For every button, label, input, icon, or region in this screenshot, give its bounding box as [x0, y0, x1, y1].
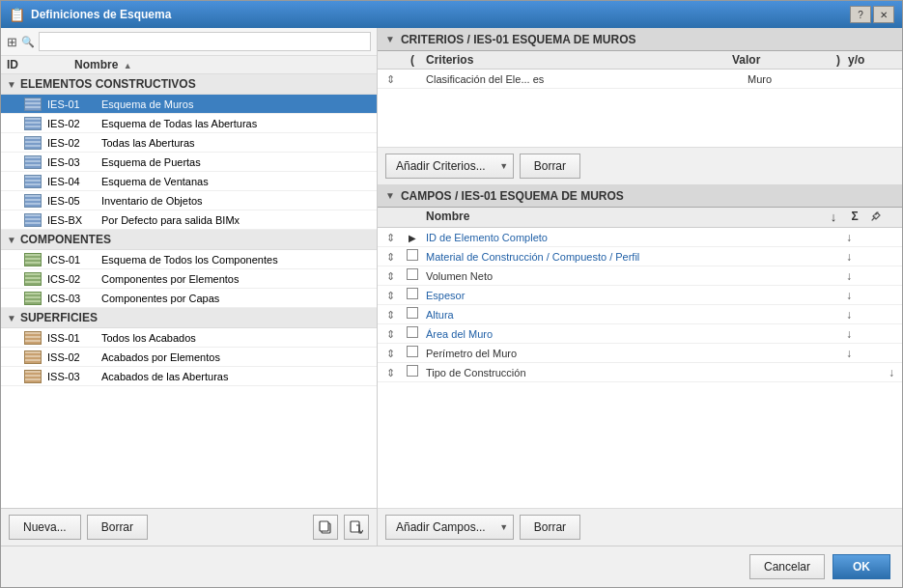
- field-checkbox[interactable]: [407, 268, 418, 280]
- sort-handle-icon[interactable]: ⇕: [386, 73, 395, 85]
- fields-body[interactable]: ⇕ ▶ ID de Elemento Completo ↓: [378, 228, 902, 508]
- add-fields-dropdown-arrow[interactable]: ▼: [495, 516, 513, 539]
- sort-arrow-icon[interactable]: ▲: [124, 61, 132, 70]
- search-icon: 🔍: [21, 36, 35, 48]
- field-checkbox[interactable]: [407, 346, 418, 357]
- add-criteria-button[interactable]: Añadir Criterios...: [386, 154, 495, 178]
- item-icon: [24, 175, 42, 188]
- sort-handle-icon[interactable]: ⇕: [386, 309, 395, 321]
- group-label: COMPONENTES: [20, 233, 111, 246]
- grid-icon: ⊞: [7, 35, 17, 49]
- list-item[interactable]: ISS-01 Todos los Acabados: [1, 328, 377, 348]
- export-button[interactable]: [344, 515, 369, 540]
- table-row[interactable]: ⇕ Perímetro del Muro ↓: [378, 344, 902, 363]
- criteria-buttons: Añadir Criterios... ▼ Borrar: [378, 147, 902, 184]
- close-button[interactable]: ✕: [873, 6, 894, 23]
- table-row[interactable]: ⇕ Material de Construcción / Compuesto /…: [378, 247, 902, 266]
- search-input[interactable]: [39, 32, 371, 51]
- criteria-yo-col: y/o: [848, 53, 887, 67]
- field-name-col: Nombre: [422, 210, 823, 225]
- list-item[interactable]: ICS-02 Componentes por Elementos: [1, 269, 377, 289]
- list-item[interactable]: IES-05 Inventario de Objetos: [1, 191, 377, 210]
- item-id: IES-02: [47, 137, 101, 149]
- group-superficies[interactable]: ▼ SUPERFICIES: [1, 308, 377, 328]
- table-row[interactable]: ⇕ Altura ↓: [378, 305, 902, 324]
- criteria-section-title: CRITERIOS / IES-01 ESQUEMA DE MUROS: [401, 33, 636, 46]
- help-button[interactable]: ?: [850, 6, 871, 23]
- sort-handle-icon[interactable]: ⇕: [386, 348, 395, 359]
- table-row[interactable]: ⇕ Espesor ↓: [378, 286, 902, 305]
- item-id: ICS-03: [47, 293, 101, 304]
- criteria-value-col: Valor: [732, 53, 829, 67]
- add-fields-button[interactable]: Añadir Campos...: [386, 516, 495, 539]
- field-name-link[interactable]: Área del Muro: [426, 328, 493, 340]
- list-item[interactable]: ISS-02 Acabados por Elementos: [1, 348, 377, 367]
- item-id: IES-02: [47, 118, 101, 129]
- field-checkbox[interactable]: [407, 307, 418, 319]
- table-row[interactable]: ⇕ Área del Muro ↓: [378, 324, 902, 344]
- item-id: IES-05: [47, 195, 101, 207]
- item-name: Por Defecto para salida BIMx: [101, 214, 371, 226]
- list-item[interactable]: ISS-03 Acabados de las Aberturas: [1, 367, 377, 386]
- nueva-button[interactable]: Nueva...: [9, 515, 81, 540]
- add-fields-split-button[interactable]: Añadir Campos... ▼: [385, 515, 514, 540]
- item-id: ISS-01: [47, 332, 101, 344]
- item-name: Componentes por Capas: [101, 293, 371, 304]
- item-name: Todos los Acabados: [101, 332, 371, 344]
- dialog-window: 📋 Definiciones de Esquema ? ✕ ⊞ 🔍 ID Nom…: [0, 0, 903, 588]
- list-item[interactable]: ICS-01 Esquema de Todos los Componentes: [1, 250, 377, 269]
- field-sigma-col: Σ: [844, 210, 865, 225]
- table-row[interactable]: ⇕ Clasificación del Ele... es Muro: [378, 70, 902, 89]
- ok-button[interactable]: OK: [832, 554, 890, 579]
- item-id: ICS-02: [47, 273, 101, 285]
- item-name: Acabados de las Aberturas: [101, 371, 371, 382]
- item-icon: [24, 253, 42, 266]
- delete-criteria-button[interactable]: Borrar: [520, 154, 580, 179]
- sort-handle-icon[interactable]: ⇕: [386, 367, 395, 378]
- sort-handle-icon[interactable]: ⇕: [386, 290, 395, 301]
- list-item[interactable]: IES-03 Esquema de Puertas: [1, 153, 377, 172]
- table-row[interactable]: ⇕ ▶ ID de Elemento Completo ↓: [378, 228, 902, 247]
- field-checkbox[interactable]: [407, 326, 418, 338]
- field-name-link[interactable]: Material de Construcción / Compuesto / P…: [426, 251, 639, 263]
- table-row[interactable]: ⇕ Volumen Neto ↓: [378, 266, 902, 286]
- tree-container[interactable]: ▼ ELEMENTOS CONSTRUCTIVOS IES-01 Esquema…: [1, 74, 377, 508]
- tree-header: ID Nombre ▲: [1, 56, 377, 74]
- group-componentes[interactable]: ▼ COMPONENTES: [1, 230, 377, 250]
- criteria-table-header: ( Criterios Valor ) y/o: [378, 51, 902, 70]
- list-item[interactable]: ICS-03 Componentes por Capas: [1, 289, 377, 308]
- field-checkbox[interactable]: [407, 249, 418, 261]
- borrar-button[interactable]: Borrar: [87, 515, 148, 540]
- item-icon: [24, 194, 42, 208]
- cancel-button[interactable]: Cancelar: [749, 554, 825, 579]
- fields-section-title: CAMPOS / IES-01 ESQUEMA DE MUROS: [401, 189, 624, 203]
- list-item[interactable]: IES-04 Esquema de Ventanas: [1, 172, 377, 191]
- criteria-text: Clasificación del Ele... es: [426, 73, 544, 85]
- field-name-text: Perímetro del Muro: [426, 348, 517, 359]
- group-elementos-constructivos[interactable]: ▼ ELEMENTOS CONSTRUCTIVOS: [1, 74, 377, 95]
- item-icon: [24, 331, 42, 345]
- field-name-text: Tipo de Construcción: [426, 367, 526, 378]
- add-criteria-split-button[interactable]: Añadir Criterios... ▼: [385, 154, 514, 179]
- table-row[interactable]: ⇕ Tipo de Construcción ↓: [378, 363, 902, 382]
- copy-button[interactable]: [313, 515, 338, 540]
- field-checkbox[interactable]: [407, 288, 418, 299]
- field-checkbox[interactable]: [407, 365, 418, 377]
- list-item[interactable]: IES-BX Por Defecto para salida BIMx: [1, 210, 377, 230]
- field-name-link[interactable]: Altura: [426, 309, 454, 321]
- right-panel: ▼ CRITERIOS / IES-01 ESQUEMA DE MUROS ( …: [378, 28, 902, 546]
- sort-handle-icon[interactable]: ⇕: [386, 328, 395, 340]
- add-criteria-dropdown-arrow[interactable]: ▼: [495, 154, 513, 178]
- field-down-col: ↓: [823, 210, 844, 225]
- field-name-link[interactable]: Espesor: [426, 290, 465, 301]
- field-name-link[interactable]: ID de Elemento Completo: [426, 232, 548, 243]
- sort-handle-icon[interactable]: ⇕: [386, 270, 395, 282]
- sort-handle-icon[interactable]: ⇕: [386, 251, 395, 263]
- list-item[interactable]: IES-02 Esquema de Todas las Aberturas: [1, 114, 377, 133]
- delete-fields-button[interactable]: Borrar: [520, 515, 580, 540]
- criteria-section-header: ▼ CRITERIOS / IES-01 ESQUEMA DE MUROS: [378, 28, 902, 51]
- sort-handle-icon[interactable]: ⇕: [386, 232, 395, 243]
- list-item[interactable]: IES-02 Todas las Aberturas: [1, 133, 377, 153]
- svg-rect-2: [351, 521, 359, 532]
- list-item[interactable]: IES-01 Esquema de Muros: [1, 95, 377, 114]
